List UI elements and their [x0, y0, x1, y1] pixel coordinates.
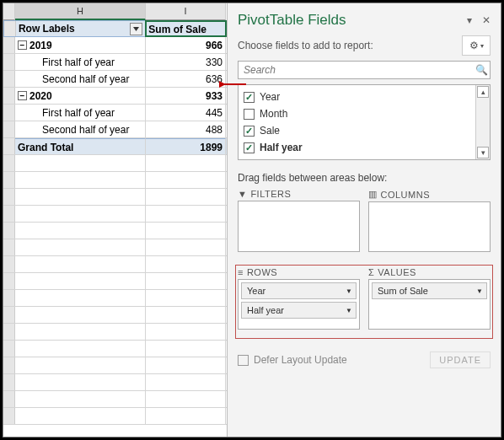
field-checkbox[interactable]: [244, 126, 255, 137]
defer-update-label: Defer Layout Update: [254, 354, 347, 366]
close-icon[interactable]: ✕: [482, 14, 492, 26]
field-checkbox[interactable]: [244, 109, 255, 120]
scroll-up-icon[interactable]: ▴: [477, 86, 489, 98]
drag-fields-label: Drag fields between areas below:: [228, 160, 501, 189]
pill-label: Year: [247, 286, 265, 296]
row-labels-filter-button[interactable]: [130, 23, 142, 35]
minimize-icon[interactable]: ▾: [467, 14, 477, 26]
area-rows[interactable]: Year▼Half year▼: [238, 279, 360, 330]
columns-icon: ▥: [368, 189, 378, 200]
fields-scrollbar[interactable]: ▴ ▾: [475, 85, 490, 159]
pivot-sub-label[interactable]: Second half of year: [42, 124, 129, 136]
area-rows-label: ROWS: [247, 267, 277, 277]
pill-label: Half year: [247, 305, 284, 315]
rows-icon: ≡: [238, 267, 244, 277]
field-checkbox[interactable]: [244, 142, 255, 153]
pane-title: PivotTable Fields: [238, 12, 346, 29]
defer-update-checkbox[interactable]: [238, 355, 249, 366]
choose-fields-label: Choose fields to add to report:: [238, 40, 373, 51]
values-header[interactable]: Sum of Sale: [146, 21, 226, 36]
pill-label: Sum of Sale: [378, 286, 428, 296]
field-label: Sale: [260, 125, 280, 137]
field-sale[interactable]: Sale: [244, 122, 470, 139]
area-filters[interactable]: [238, 201, 360, 252]
gear-icon: ⚙: [469, 40, 479, 51]
search-input[interactable]: [239, 64, 473, 76]
search-field-wrapper: 🔍: [238, 61, 491, 79]
pivot-sub-label[interactable]: First half of year: [42, 107, 115, 119]
field-label: Year: [260, 91, 280, 103]
pivot-fields-pane: PivotTable Fields ▾ ✕ Choose fields to a…: [227, 3, 501, 437]
field-label: Month: [260, 108, 287, 120]
select-all-corner[interactable]: [3, 3, 15, 20]
column-header-H[interactable]: H: [15, 3, 146, 20]
fields-settings-button[interactable]: ⚙ ▾: [462, 35, 491, 56]
field-year[interactable]: Year: [244, 89, 470, 105]
chevron-down-icon[interactable]: ▼: [476, 287, 483, 295]
update-button[interactable]: UPDATE: [430, 351, 491, 368]
field-checkbox[interactable]: [244, 92, 255, 103]
field-label: Half year: [260, 142, 303, 153]
field-month[interactable]: Month: [244, 105, 470, 122]
collapse-button[interactable]: −: [18, 91, 27, 100]
pivot-sub-label[interactable]: First half of year: [42, 56, 115, 68]
area-values[interactable]: Sum of Sale▼: [368, 279, 491, 330]
spreadsheet-grid[interactable]: H I Row Labels Sum of Sale−2019966First …: [3, 3, 227, 437]
pivot-year-label[interactable]: 2020: [29, 89, 52, 104]
scroll-down-icon[interactable]: ▾: [477, 147, 489, 158]
area-values-label: VALUES: [378, 267, 416, 277]
pivot-year-label[interactable]: 2019: [29, 38, 52, 53]
area-columns-label: COLUMNS: [381, 190, 431, 200]
field-pill[interactable]: Year▼: [241, 282, 357, 299]
collapse-button[interactable]: −: [18, 40, 27, 50]
chevron-down-icon: ▾: [480, 42, 484, 50]
area-filters-label: FILTERS: [250, 189, 291, 199]
field-pill[interactable]: Sum of Sale▼: [372, 282, 487, 299]
grand-total-label: Grand Total: [18, 142, 73, 153]
fields-list: YearMonthSaleHalf year ▴ ▾: [238, 84, 491, 160]
field-pill[interactable]: Half year▼: [241, 302, 357, 319]
area-columns[interactable]: [368, 201, 491, 252]
search-icon[interactable]: 🔍: [473, 64, 490, 76]
filter-icon: ▼: [238, 189, 247, 199]
row-labels-header: Row Labels: [19, 21, 75, 36]
values-icon: Σ: [368, 267, 374, 277]
field-half-year[interactable]: Half year: [244, 139, 470, 156]
column-header-I[interactable]: I: [146, 3, 226, 20]
chevron-down-icon[interactable]: ▼: [346, 307, 352, 314]
pivot-sub-label[interactable]: Second half of year: [42, 73, 129, 85]
chevron-down-icon[interactable]: ▼: [346, 287, 352, 295]
